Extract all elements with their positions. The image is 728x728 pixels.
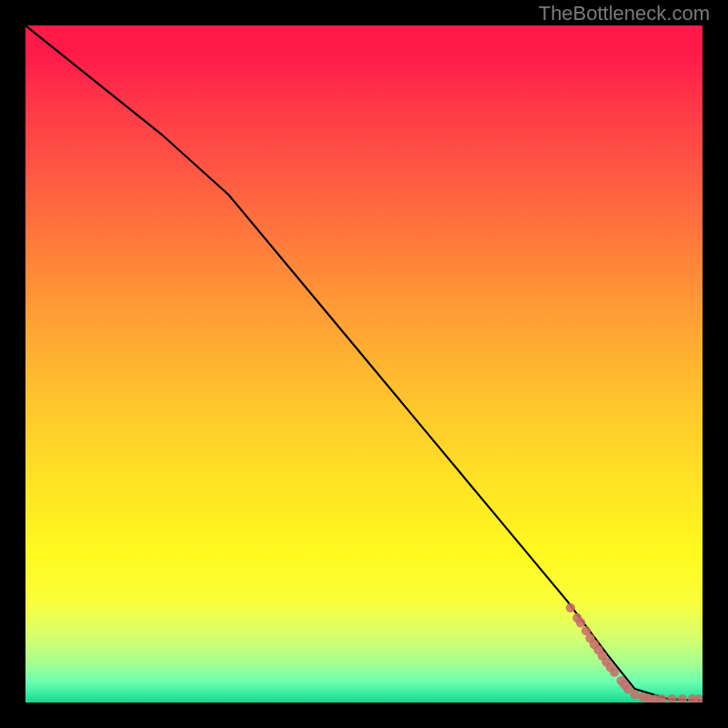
svg-point-22 <box>694 694 703 703</box>
plot-area <box>25 25 703 703</box>
svg-point-19 <box>667 694 676 703</box>
svg-point-10 <box>610 667 619 676</box>
svg-point-14 <box>630 690 639 699</box>
curve-line <box>25 25 703 701</box>
plot-svg <box>25 25 703 703</box>
attribution-text: TheBottleneck.com <box>539 2 710 25</box>
svg-point-2 <box>576 618 585 627</box>
svg-point-0 <box>566 603 575 612</box>
svg-point-20 <box>677 694 686 703</box>
